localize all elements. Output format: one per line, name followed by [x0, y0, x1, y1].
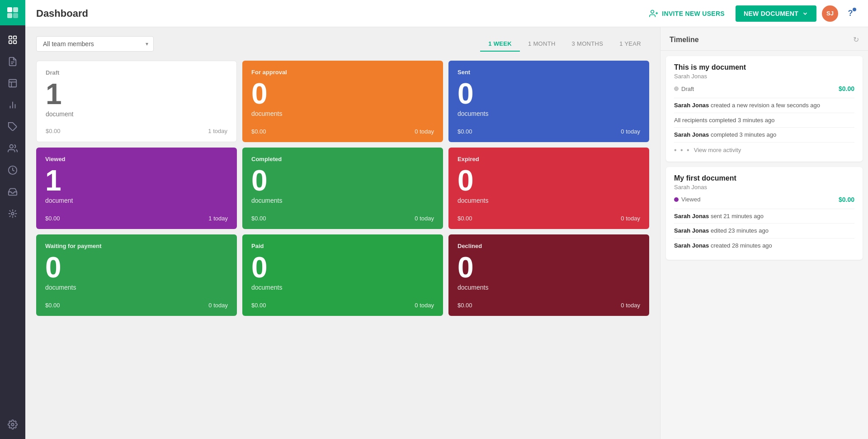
- svg-point-20: [11, 423, 14, 426]
- stat-card-expired[interactable]: Expired 0 documents $0.00 0 today: [448, 148, 649, 229]
- stats-cards-grid: Draft 1 document $0.00 1 today For appro…: [36, 61, 649, 316]
- sidebar-nav: [0, 25, 25, 414]
- app-logo[interactable]: [0, 0, 25, 25]
- invite-icon: [649, 9, 658, 18]
- svg-rect-7: [14, 41, 16, 43]
- card-number-for-approval: 0: [251, 79, 434, 108]
- time-filter-1week[interactable]: 1 WEEK: [480, 37, 520, 52]
- card-label-sent: documents: [458, 110, 640, 117]
- card-number-viewed: 1: [45, 166, 228, 195]
- card-label-for-approval: documents: [251, 110, 434, 117]
- timeline-card-doc1: This is my document Sarah Jonas Draft $0…: [666, 56, 863, 162]
- card-today-draft: 1 today: [208, 128, 227, 134]
- chevron-down-icon: [802, 10, 808, 17]
- card-footer-completed: $0.00 0 today: [251, 215, 434, 222]
- main-area: Dashboard INVITE NEW USERS NEW DOCUMENT …: [25, 0, 868, 439]
- timeline-doc2-activity-2: Sarah Jonas created 28 minutes ago: [674, 238, 854, 253]
- topbar: Dashboard INVITE NEW USERS NEW DOCUMENT …: [25, 0, 868, 27]
- stat-card-sent[interactable]: Sent 0 documents $0.00 0 today: [448, 61, 649, 142]
- stat-card-viewed[interactable]: Viewed 1 document $0.00 1 today: [36, 148, 237, 229]
- sidebar-item-settings[interactable]: [0, 414, 25, 435]
- card-title-declined: Declined: [458, 243, 640, 249]
- notification-dot: [853, 8, 856, 11]
- timeline-card-doc2: My first document Sarah Jonas Viewed $0.…: [666, 167, 863, 260]
- sidebar-item-templates[interactable]: [0, 72, 25, 94]
- sidebar-item-reports[interactable]: [0, 94, 25, 116]
- card-title-viewed: Viewed: [45, 156, 228, 162]
- card-label-expired: documents: [458, 197, 640, 204]
- avatar[interactable]: SJ: [822, 5, 838, 22]
- stat-card-completed[interactable]: Completed 0 documents $0.00 0 today: [242, 148, 443, 229]
- timeline-doc1-status-label: Draft: [681, 86, 694, 92]
- svg-rect-10: [9, 80, 17, 87]
- card-number-draft: 1: [46, 80, 227, 109]
- svg-point-19: [11, 212, 14, 215]
- stat-card-draft[interactable]: Draft 1 document $0.00 1 today: [36, 61, 237, 142]
- card-amount-draft: $0.00: [46, 128, 61, 134]
- card-title-draft: Draft: [46, 69, 227, 76]
- card-title-waiting: Waiting for payment: [45, 243, 228, 249]
- timeline-doc1-activity-1: All recipients completed 3 minutes ago: [674, 113, 854, 128]
- card-footer-declined: $0.00 0 today: [458, 302, 640, 309]
- svg-rect-1: [13, 7, 18, 12]
- card-footer-sent: $0.00 0 today: [458, 128, 640, 135]
- content-area: All team members ▾ 1 WEEK 1 MONTH 3 MONT…: [25, 27, 868, 439]
- timeline-doc2-status-row: Viewed $0.00: [674, 196, 854, 203]
- card-footer-draft: $0.00 1 today: [46, 128, 227, 134]
- timeline-doc1-status-row: Draft $0.00: [674, 85, 854, 92]
- timeline-refresh-button[interactable]: ↻: [853, 35, 859, 44]
- time-filter-1month[interactable]: 1 MONTH: [520, 37, 564, 52]
- card-title-sent: Sent: [458, 69, 640, 76]
- invite-users-button[interactable]: INVITE NEW USERS: [644, 5, 730, 22]
- view-more-label: View more activity: [694, 147, 741, 153]
- timeline-doc2-status-badge: Viewed: [674, 196, 700, 203]
- dashboard-main: All team members ▾ 1 WEEK 1 MONTH 3 MONT…: [25, 27, 660, 439]
- timeline-doc2-author: Sarah Jonas: [674, 184, 854, 191]
- card-label-viewed: document: [45, 197, 228, 204]
- timeline-panel: Timeline ↻ This is my document Sarah Jon…: [660, 27, 868, 439]
- card-title-paid: Paid: [251, 243, 434, 249]
- card-label-completed: documents: [251, 197, 434, 204]
- card-footer-waiting: $0.00 0 today: [45, 302, 228, 309]
- sidebar-item-dashboard[interactable]: [0, 29, 25, 51]
- sidebar-item-tags[interactable]: [0, 116, 25, 138]
- time-filter-group: 1 WEEK 1 MONTH 3 MONTHS 1 YEAR: [480, 37, 649, 52]
- card-label-declined: documents: [458, 284, 640, 291]
- sidebar-item-inbox[interactable]: [0, 181, 25, 203]
- card-label-waiting: documents: [45, 284, 228, 291]
- topbar-actions: INVITE NEW USERS NEW DOCUMENT SJ ?: [644, 5, 857, 22]
- team-member-select[interactable]: All team members: [36, 36, 154, 52]
- time-filter-3months[interactable]: 3 MONTHS: [564, 37, 612, 52]
- timeline-doc1-activity-2: Sarah Jonas completed 3 minutes ago: [674, 127, 854, 142]
- stat-card-for-approval[interactable]: For approval 0 documents $0.00 0 today: [242, 61, 443, 142]
- card-number-declined: 0: [458, 253, 640, 282]
- timeline-doc1-author: Sarah Jonas: [674, 73, 854, 80]
- stat-card-waiting-payment[interactable]: Waiting for payment 0 documents $0.00 0 …: [36, 234, 237, 316]
- card-number-completed: 0: [251, 166, 434, 195]
- timeline-doc2-title[interactable]: My first document: [674, 174, 854, 182]
- card-footer-paid: $0.00 0 today: [251, 302, 434, 309]
- card-footer-expired: $0.00 0 today: [458, 215, 640, 222]
- sidebar-item-contacts[interactable]: [0, 138, 25, 159]
- sidebar-item-documents[interactable]: [0, 51, 25, 72]
- sidebar: [0, 0, 25, 439]
- card-footer-for-approval: $0.00 0 today: [251, 128, 434, 135]
- page-title: Dashboard: [36, 8, 644, 19]
- status-dot-viewed: [674, 197, 679, 202]
- view-more-activity-button[interactable]: • • • View more activity: [674, 142, 854, 154]
- status-dot-draft: [674, 86, 679, 91]
- stat-card-declined[interactable]: Declined 0 documents $0.00 0 today: [448, 234, 649, 316]
- svg-point-17: [10, 145, 13, 148]
- timeline-doc1-title[interactable]: This is my document: [674, 63, 854, 72]
- new-document-button[interactable]: NEW DOCUMENT: [736, 5, 816, 22]
- time-filter-1year[interactable]: 1 YEAR: [611, 37, 649, 52]
- card-number-sent: 0: [458, 79, 640, 108]
- stat-card-paid[interactable]: Paid 0 documents $0.00 0 today: [242, 234, 443, 316]
- svg-rect-6: [9, 41, 12, 43]
- sidebar-item-integrations[interactable]: [0, 203, 25, 224]
- filters-bar: All team members ▾ 1 WEEK 1 MONTH 3 MONT…: [36, 36, 649, 52]
- sidebar-item-clock[interactable]: [0, 159, 25, 181]
- card-number-waiting: 0: [45, 253, 228, 282]
- card-label-paid: documents: [251, 284, 434, 291]
- help-button[interactable]: ?: [844, 7, 857, 20]
